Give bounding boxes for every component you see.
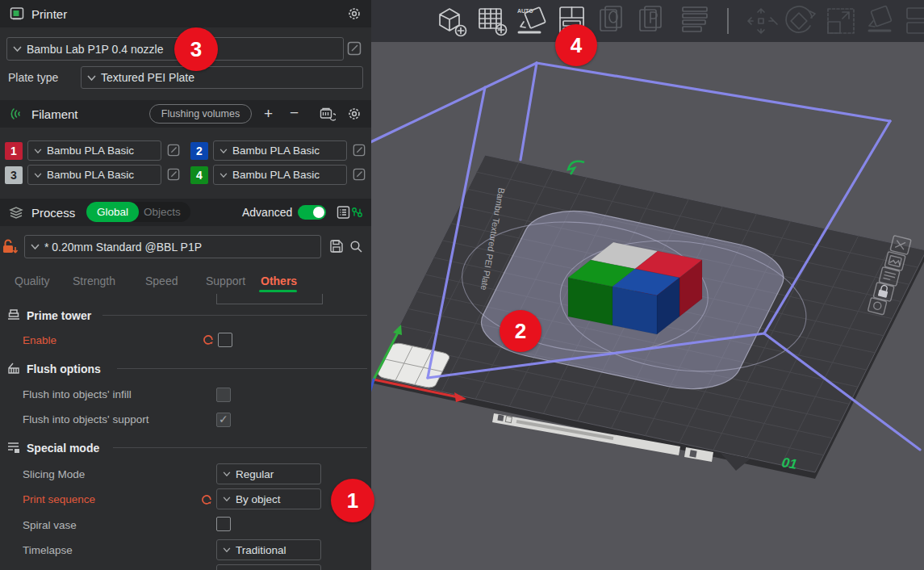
filament-title: Filament: [31, 107, 78, 121]
filament-3-value: Bambu PLA Basic: [47, 169, 134, 181]
advanced-toggle[interactable]: [298, 205, 326, 220]
chevron-down-icon: [87, 75, 96, 81]
filament-1-value: Bambu PLA Basic: [47, 145, 134, 157]
printer-header: Printer: [0, 0, 371, 27]
flush-infill-label: Flush into objects' infill: [23, 388, 132, 400]
filament-2-color-badge[interactable]: 2: [190, 142, 208, 160]
scale-icon[interactable]: [828, 9, 854, 33]
group-prime-tower: Prime tower: [6, 308, 91, 322]
flushing-volumes-label: Flushing volumes: [161, 108, 240, 119]
sidebar: Printer Bambu Lab P1P 0.4 nozzle Plate t…: [0, 0, 371, 570]
lock-preset-icon[interactable]: [2, 237, 19, 258]
scope-objects[interactable]: Objects: [139, 206, 190, 218]
reset-value-icon[interactable]: [200, 493, 213, 506]
tab-quality[interactable]: Quality: [15, 275, 50, 287]
process-preset-select[interactable]: * 0.20mm Standard @BBL P1P: [24, 235, 321, 258]
filament-settings-gear-icon[interactable]: [347, 107, 362, 121]
print-sequence-select[interactable]: By object: [216, 488, 321, 509]
chevron-down-icon: [31, 244, 40, 249]
chevron-down-icon: [34, 173, 42, 178]
slicing-mode-select[interactable]: Regular: [216, 463, 321, 484]
compare-presets-icon[interactable]: [350, 205, 365, 220]
group-flush-options: Flush options: [6, 362, 101, 375]
annotation-number: 4: [571, 33, 582, 58]
printer-settings-gear-icon[interactable]: [347, 6, 362, 21]
edit-filament-4-icon[interactable]: [353, 168, 366, 181]
3d-viewport[interactable]: Bambu Textured PEI Plate: [371, 42, 924, 570]
filament-3-select[interactable]: Bambu PLA Basic: [27, 165, 161, 185]
add-filament-button[interactable]: +: [264, 106, 273, 121]
group-special-mode: Special mode: [6, 441, 99, 455]
annotation-number: 1: [347, 488, 358, 513]
printer-icon: [10, 6, 24, 21]
process-scope-switch[interactable]: Global Objects: [86, 202, 190, 222]
filament-3-color-badge[interactable]: 3: [5, 166, 23, 184]
annotation-number: 2: [515, 319, 526, 344]
scope-global[interactable]: Global: [86, 202, 139, 222]
chevron-down-icon: [223, 547, 231, 552]
spiral-vase-label: Spiral vase: [23, 519, 77, 531]
reset-value-icon[interactable]: [202, 333, 215, 346]
filament-icon: [10, 107, 24, 121]
ams-sync-icon[interactable]: [320, 107, 336, 121]
parameter-table-icon[interactable]: [337, 205, 350, 220]
filament-header: Filament Flushing volumes + −: [0, 100, 371, 128]
process-preset-value: * 0.20mm Standard @BBL P1P: [44, 241, 202, 254]
variable-layer-height-icon[interactable]: [683, 7, 707, 31]
annotation-number: 3: [190, 37, 202, 62]
move-icon[interactable]: [748, 9, 777, 33]
enable-label: Enable: [23, 334, 56, 346]
split-to-objects-icon[interactable]: [600, 6, 621, 31]
filament-1-select[interactable]: Bambu PLA Basic: [27, 140, 161, 161]
filament-1-color-badge[interactable]: 1: [5, 142, 23, 160]
flushing-volumes-button[interactable]: Flushing volumes: [149, 104, 252, 124]
tab-others[interactable]: Others: [261, 275, 297, 287]
lay-on-face-icon[interactable]: [869, 6, 892, 31]
filament-4-color-badge[interactable]: 4: [190, 166, 208, 184]
filament-2-value: Bambu PLA Basic: [232, 145, 320, 157]
process-header: Process Global Objects Advanced: [0, 199, 371, 226]
chevron-down-icon: [223, 497, 231, 501]
enable-checkbox[interactable]: [218, 333, 232, 347]
flush-options-icon: [6, 362, 21, 375]
print-sequence-value: By object: [236, 493, 281, 505]
tab-speed[interactable]: Speed: [145, 275, 178, 287]
flush-support-checkbox[interactable]: ✓: [216, 413, 231, 427]
edit-printer-icon[interactable]: [347, 41, 362, 56]
add-object-icon[interactable]: [440, 9, 466, 36]
fuzzy-skin-select[interactable]: None: [216, 564, 321, 570]
filament-2-select[interactable]: Bambu PLA Basic: [213, 140, 347, 161]
advanced-label: Advanced: [242, 206, 292, 219]
scrolled-input-sliver: [216, 294, 323, 304]
group-title: Prime tower: [27, 309, 91, 322]
slicing-mode-value: Regular: [236, 468, 274, 480]
chevron-down-icon: [220, 173, 228, 178]
edit-filament-1-icon[interactable]: [167, 144, 180, 157]
print-sequence-label: Print sequence: [23, 493, 95, 505]
assembly-icon[interactable]: [907, 8, 924, 33]
search-settings-icon[interactable]: [349, 240, 363, 254]
save-preset-icon[interactable]: [329, 239, 344, 254]
remove-filament-button[interactable]: −: [290, 105, 299, 120]
plate-type-label: Plate type: [8, 71, 58, 84]
annotation-badge-3: 3: [174, 27, 218, 71]
flush-infill-checkbox[interactable]: [216, 388, 231, 402]
split-to-parts-icon[interactable]: [640, 6, 661, 31]
filament-4-select[interactable]: Bambu PLA Basic: [213, 165, 347, 185]
tab-strength[interactable]: Strength: [73, 275, 115, 287]
edit-filament-2-icon[interactable]: [353, 144, 366, 157]
timelapse-select[interactable]: Traditional: [216, 539, 321, 560]
filament-4-value: Bambu PLA Basic: [232, 169, 320, 181]
plate-number: 01: [780, 455, 798, 472]
plate-type-select[interactable]: Textured PEI Plate: [81, 66, 363, 89]
add-plate-icon[interactable]: [479, 9, 507, 36]
rotate-icon[interactable]: [786, 6, 815, 32]
process-title: Process: [31, 206, 75, 220]
edit-filament-3-icon[interactable]: [167, 168, 180, 181]
orientation-marker-icon: [568, 161, 584, 174]
auto-orient-icon[interactable]: AUTO: [517, 7, 546, 32]
spiral-vase-checkbox[interactable]: [216, 517, 231, 531]
annotation-badge-4: 4: [555, 24, 597, 66]
active-tab-underline: [259, 290, 297, 292]
tab-support[interactable]: Support: [206, 275, 245, 287]
